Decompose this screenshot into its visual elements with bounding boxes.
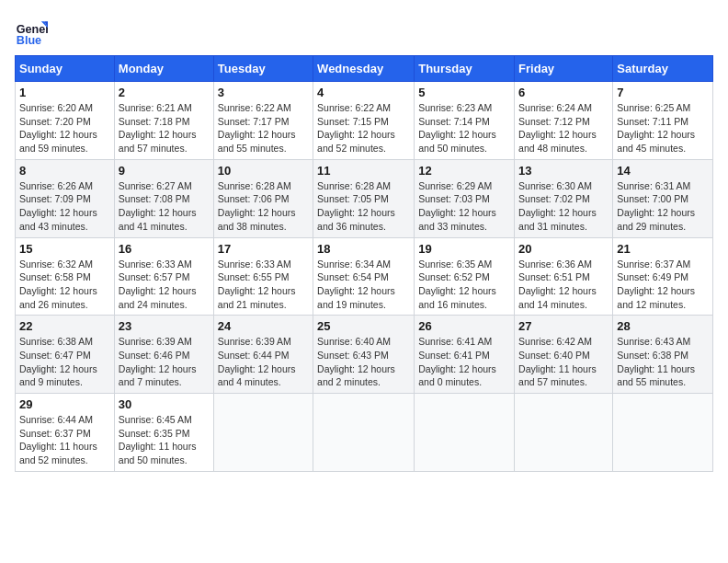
day-number: 9 [119,164,210,178]
day-number: 17 [218,242,309,256]
day-number: 14 [617,164,709,178]
day-info: Sunrise: 6:30 AMSunset: 7:02 PMDaylight:… [518,179,609,234]
calendar-cell: 7Sunrise: 6:25 AMSunset: 7:11 PMDaylight… [613,82,713,160]
calendar-cell [415,394,515,472]
calendar-cell: 26Sunrise: 6:41 AMSunset: 6:41 PMDayligh… [415,316,515,394]
calendar-cell: 11Sunrise: 6:28 AMSunset: 7:05 PMDayligh… [313,159,415,237]
calendar-week-row: 15Sunrise: 6:32 AMSunset: 6:58 PMDayligh… [16,237,713,316]
day-number: 11 [317,164,410,178]
day-info: Sunrise: 6:32 AMSunset: 6:58 PMDaylight:… [19,258,110,312]
day-number: 4 [317,86,410,99]
day-info: Sunrise: 6:45 AMSunset: 6:35 PMDaylight:… [119,413,210,467]
calendar-cell [613,394,713,472]
day-number: 21 [617,242,709,256]
day-info: Sunrise: 6:42 AMSunset: 6:40 PMDaylight:… [518,335,609,389]
day-of-week-header: Friday [515,56,613,82]
page-header: General Blue [15,15,713,48]
day-number: 12 [418,164,510,178]
calendar-cell: 10Sunrise: 6:28 AMSunset: 7:06 PMDayligh… [213,159,313,237]
day-info: Sunrise: 6:22 AMSunset: 7:15 PMDaylight:… [317,101,410,155]
day-number: 6 [518,86,609,99]
calendar-cell: 23Sunrise: 6:39 AMSunset: 6:46 PMDayligh… [114,316,213,394]
day-of-week-header: Tuesday [213,56,313,82]
day-info: Sunrise: 6:33 AMSunset: 6:57 PMDaylight:… [119,258,210,312]
day-number: 22 [19,319,110,333]
day-info: Sunrise: 6:35 AMSunset: 6:52 PMDaylight:… [418,258,510,312]
day-number: 28 [617,319,709,333]
calendar-table: SundayMondayTuesdayWednesdayThursdayFrid… [15,55,713,472]
day-info: Sunrise: 6:29 AMSunset: 7:03 PMDaylight:… [418,179,510,234]
day-number: 10 [218,164,309,178]
calendar-week-row: 29Sunrise: 6:44 AMSunset: 6:37 PMDayligh… [16,394,713,472]
calendar-cell: 20Sunrise: 6:36 AMSunset: 6:51 PMDayligh… [515,237,613,316]
calendar-cell: 22Sunrise: 6:38 AMSunset: 6:47 PMDayligh… [16,316,115,394]
calendar-cell: 6Sunrise: 6:24 AMSunset: 7:12 PMDaylight… [515,82,613,160]
calendar-cell: 16Sunrise: 6:33 AMSunset: 6:57 PMDayligh… [114,237,213,316]
calendar-cell: 19Sunrise: 6:35 AMSunset: 6:52 PMDayligh… [415,237,515,316]
calendar-cell: 1Sunrise: 6:20 AMSunset: 7:20 PMDaylight… [16,82,115,160]
day-info: Sunrise: 6:27 AMSunset: 7:08 PMDaylight:… [119,179,210,234]
day-number: 27 [518,319,609,333]
day-info: Sunrise: 6:28 AMSunset: 7:05 PMDaylight:… [317,179,410,234]
day-info: Sunrise: 6:43 AMSunset: 6:38 PMDaylight:… [617,335,709,389]
day-info: Sunrise: 6:39 AMSunset: 6:46 PMDaylight:… [119,335,210,389]
calendar-cell: 24Sunrise: 6:39 AMSunset: 6:44 PMDayligh… [213,316,313,394]
day-number: 23 [119,319,210,333]
day-info: Sunrise: 6:22 AMSunset: 7:17 PMDaylight:… [218,101,309,155]
day-info: Sunrise: 6:36 AMSunset: 6:51 PMDaylight:… [518,258,609,312]
day-number: 26 [418,319,510,333]
calendar-cell: 8Sunrise: 6:26 AMSunset: 7:09 PMDaylight… [16,159,115,237]
day-of-week-header: Sunday [16,56,115,82]
calendar-week-row: 1Sunrise: 6:20 AMSunset: 7:20 PMDaylight… [16,82,713,160]
calendar-cell: 13Sunrise: 6:30 AMSunset: 7:02 PMDayligh… [515,159,613,237]
svg-text:Blue: Blue [17,34,41,47]
day-info: Sunrise: 6:23 AMSunset: 7:14 PMDaylight:… [418,101,510,155]
day-number: 24 [218,319,309,333]
calendar-cell: 27Sunrise: 6:42 AMSunset: 6:40 PMDayligh… [515,316,613,394]
day-info: Sunrise: 6:21 AMSunset: 7:18 PMDaylight:… [119,101,210,155]
calendar-cell: 25Sunrise: 6:40 AMSunset: 6:43 PMDayligh… [313,316,415,394]
calendar-cell: 9Sunrise: 6:27 AMSunset: 7:08 PMDaylight… [114,159,213,237]
calendar-cell: 5Sunrise: 6:23 AMSunset: 7:14 PMDaylight… [415,82,515,160]
day-of-week-header: Saturday [613,56,713,82]
day-number: 7 [617,86,709,99]
day-of-week-header: Monday [114,56,213,82]
day-info: Sunrise: 6:34 AMSunset: 6:54 PMDaylight:… [317,258,410,312]
day-info: Sunrise: 6:26 AMSunset: 7:09 PMDaylight:… [19,179,110,234]
day-info: Sunrise: 6:31 AMSunset: 7:00 PMDaylight:… [617,179,709,234]
day-info: Sunrise: 6:33 AMSunset: 6:55 PMDaylight:… [218,258,309,312]
day-number: 15 [19,242,110,256]
day-number: 2 [119,86,210,99]
day-info: Sunrise: 6:39 AMSunset: 6:44 PMDaylight:… [218,335,309,389]
calendar-cell: 3Sunrise: 6:22 AMSunset: 7:17 PMDaylight… [213,82,313,160]
calendar-cell: 30Sunrise: 6:45 AMSunset: 6:35 PMDayligh… [114,394,213,472]
calendar-body: 1Sunrise: 6:20 AMSunset: 7:20 PMDaylight… [16,82,713,472]
day-of-week-header: Wednesday [313,56,415,82]
calendar-cell: 2Sunrise: 6:21 AMSunset: 7:18 PMDaylight… [114,82,213,160]
logo-icon: General Blue [15,15,48,48]
calendar-cell [515,394,613,472]
day-number: 16 [119,242,210,256]
day-number: 18 [317,242,410,256]
day-info: Sunrise: 6:38 AMSunset: 6:47 PMDaylight:… [19,335,110,389]
day-info: Sunrise: 6:40 AMSunset: 6:43 PMDaylight:… [317,335,410,389]
day-number: 5 [418,86,510,99]
calendar-week-row: 22Sunrise: 6:38 AMSunset: 6:47 PMDayligh… [16,316,713,394]
day-number: 19 [418,242,510,256]
day-info: Sunrise: 6:20 AMSunset: 7:20 PMDaylight:… [19,101,110,155]
day-number: 13 [518,164,609,178]
calendar-cell: 14Sunrise: 6:31 AMSunset: 7:00 PMDayligh… [613,159,713,237]
calendar-cell: 18Sunrise: 6:34 AMSunset: 6:54 PMDayligh… [313,237,415,316]
day-info: Sunrise: 6:28 AMSunset: 7:06 PMDaylight:… [218,179,309,234]
logo: General Blue [15,15,48,48]
day-number: 25 [317,319,410,333]
day-info: Sunrise: 6:37 AMSunset: 6:49 PMDaylight:… [617,258,709,312]
day-number: 8 [19,164,110,178]
calendar-cell: 17Sunrise: 6:33 AMSunset: 6:55 PMDayligh… [213,237,313,316]
day-info: Sunrise: 6:44 AMSunset: 6:37 PMDaylight:… [19,413,110,467]
calendar-cell: 29Sunrise: 6:44 AMSunset: 6:37 PMDayligh… [16,394,115,472]
calendar-week-row: 8Sunrise: 6:26 AMSunset: 7:09 PMDaylight… [16,159,713,237]
calendar-cell: 21Sunrise: 6:37 AMSunset: 6:49 PMDayligh… [613,237,713,316]
calendar-cell: 15Sunrise: 6:32 AMSunset: 6:58 PMDayligh… [16,237,115,316]
calendar-cell: 4Sunrise: 6:22 AMSunset: 7:15 PMDaylight… [313,82,415,160]
